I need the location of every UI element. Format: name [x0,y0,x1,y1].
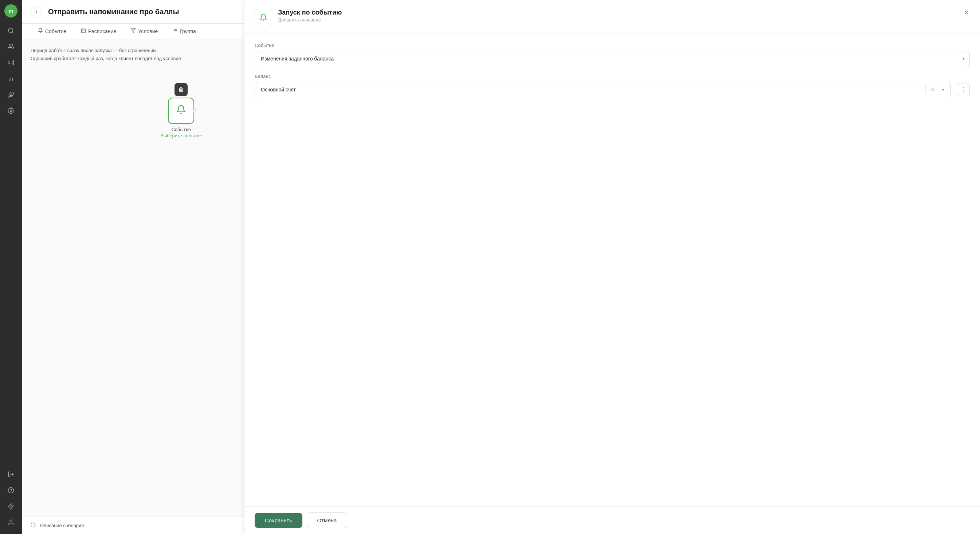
event-field-group: Событие Изменения заданного баланса ▾ [255,43,970,66]
sidebar-item-lightning[interactable] [4,499,18,513]
tab-group[interactable]: Группа [165,24,203,39]
back-button[interactable] [30,6,42,17]
delete-node-button[interactable] [175,83,188,96]
panel-title: Запуск по событию [278,9,957,16]
panel-body: Событие Изменения заданного баланса ▾ Ба… [245,34,980,506]
tab-schedule-label: Расписание [88,29,116,34]
filter-icon [131,28,136,34]
balance-chevron-icon[interactable]: ▾ [939,85,948,94]
panel-icon [255,9,272,26]
balance-input[interactable] [255,82,925,97]
balance-field-row: ✕ ▾ [255,82,951,97]
sidebar: m [0,0,22,534]
sidebar-item-logout[interactable] [4,467,18,482]
sidebar-item-settings[interactable] [4,103,18,118]
node-connector [193,109,196,113]
save-button[interactable]: Сохранить [255,513,302,528]
tab-event[interactable]: Событие [30,24,73,39]
svg-rect-14 [82,29,86,33]
avatar[interactable]: m [4,4,18,17]
panel-close-button[interactable]: ✕ [963,9,970,17]
tab-event-label: Событие [45,29,66,34]
main-content: Отправить напоминание про баллы Черновик… [22,0,980,534]
svg-point-0 [8,28,13,32]
calendar-icon [81,28,86,34]
event-bell-icon [176,105,186,117]
balance-clear-button[interactable]: ✕ [929,85,937,94]
cancel-button[interactable]: Отмена [307,512,348,528]
event-select[interactable]: Изменения заданного баланса [255,51,970,66]
balance-field-group: Баланс ✕ ▾ ⋮ [255,73,970,97]
svg-point-13 [10,520,12,522]
bell-icon [38,28,43,34]
panel-subtitle[interactable]: Добавить описание [278,17,957,22]
sidebar-item-chart[interactable] [4,72,18,86]
sidebar-item-megaphone[interactable] [4,56,18,70]
balance-field-label: Баланс [255,73,970,79]
svg-marker-18 [131,29,135,33]
panel-title-group: Запуск по событию Добавить описание [278,9,957,22]
svg-marker-12 [8,504,13,509]
tab-schedule[interactable]: Расписание [73,24,124,39]
panel-footer: Сохранить Отмена [245,506,980,534]
svg-point-1 [9,44,11,46]
panel-header: Запуск по событию Добавить описание ✕ [245,0,980,34]
info-icon [30,522,36,529]
list-icon [172,28,177,34]
event-node-container: Событие Выберите событие [160,83,202,138]
event-field-label: Событие [255,43,970,48]
event-panel: Запуск по событию Добавить описание ✕ Со… [244,0,980,534]
tab-condition-label: Условие [138,29,158,34]
sidebar-item-user[interactable] [4,515,18,530]
svg-point-8 [10,110,12,112]
sidebar-item-help[interactable] [4,483,18,497]
event-node-label: Событие [171,127,191,132]
event-node-link[interactable]: Выберите событие [160,133,202,138]
tab-condition[interactable]: Условие [124,24,165,39]
event-select-wrapper: Изменения заданного баланса ▾ [255,51,970,66]
balance-more-button[interactable]: ⋮ [957,83,970,96]
sidebar-item-users[interactable] [4,39,18,54]
sidebar-item-search[interactable] [4,23,18,38]
sidebar-item-puzzle[interactable] [4,87,18,102]
event-node[interactable] [168,98,194,124]
tab-group-label: Группа [180,29,196,34]
balance-field-actions: ✕ ▾ [925,85,950,94]
